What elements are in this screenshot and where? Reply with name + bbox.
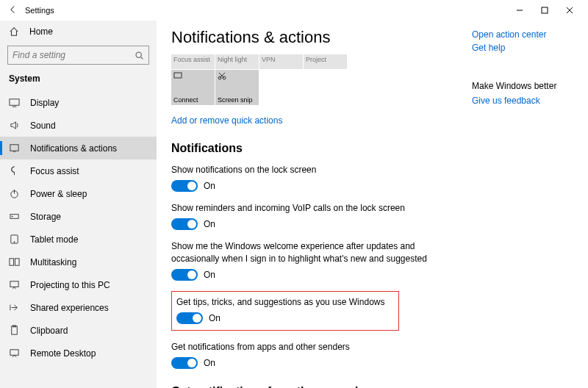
qa-tile[interactable]: Project bbox=[304, 54, 347, 69]
qa-tile[interactable]: Night light bbox=[215, 54, 259, 69]
sidebar-item-storage[interactable]: Storage bbox=[0, 205, 157, 228]
remote-desktop-icon bbox=[9, 348, 20, 359]
toggle[interactable] bbox=[171, 269, 198, 281]
window-title: Settings bbox=[25, 6, 54, 15]
sidebar-item-focus-assist[interactable]: Focus assist bbox=[0, 159, 157, 182]
main-content: Notifications & actions Focus assist Nig… bbox=[157, 21, 588, 388]
improve-header: Make Windows better bbox=[472, 81, 575, 91]
search-input[interactable] bbox=[7, 46, 149, 65]
sidebar-item-remote-desktop[interactable]: Remote Desktop bbox=[0, 342, 157, 364]
sidebar-item-projecting[interactable]: Projecting to this PC bbox=[0, 273, 157, 296]
sidebar-home-label: Home bbox=[29, 26, 53, 37]
setting-reminders-voip: Show reminders and incoming VoIP calls o… bbox=[171, 202, 576, 230]
sidebar-item-label: Power & sleep bbox=[30, 189, 87, 199]
storage-icon bbox=[9, 211, 20, 222]
toggle-state: On bbox=[204, 181, 215, 191]
open-action-center-link[interactable]: Open action center bbox=[472, 29, 575, 40]
toggle[interactable] bbox=[171, 180, 198, 192]
qa-tile[interactable]: Focus assist bbox=[171, 54, 215, 69]
add-remove-quick-actions-link[interactable]: Add or remove quick actions bbox=[171, 115, 576, 126]
setting-app-notifications: Get notifications from apps and other se… bbox=[171, 341, 576, 369]
sidebar-item-label: Projecting to this PC bbox=[30, 280, 110, 290]
toggle[interactable] bbox=[171, 357, 198, 369]
notifications-header: Notifications bbox=[171, 142, 576, 155]
sidebar-item-label: Storage bbox=[30, 212, 61, 222]
feedback-link[interactable]: Give us feedback bbox=[472, 96, 575, 106]
toggle[interactable] bbox=[176, 312, 203, 324]
toggle[interactable] bbox=[171, 218, 198, 230]
sound-icon bbox=[9, 120, 20, 131]
sidebar-home[interactable]: Home bbox=[0, 21, 157, 43]
sidebar: Home System Display Sound Notifications … bbox=[0, 21, 157, 388]
focus-assist-icon bbox=[9, 165, 20, 176]
setting-label: Get notifications from apps and other se… bbox=[171, 341, 436, 353]
setting-label: Show me the Windows welcome experience a… bbox=[171, 240, 436, 264]
sidebar-item-label: Shared experiences bbox=[30, 303, 109, 313]
toggle-state: On bbox=[204, 270, 215, 280]
sidebar-item-label: Notifications & actions bbox=[30, 143, 117, 154]
sidebar-item-power-sleep[interactable]: Power & sleep bbox=[0, 182, 157, 205]
sidebar-item-display[interactable]: Display bbox=[0, 91, 157, 114]
qa-tile-screen-snip[interactable]: Screen snip bbox=[215, 70, 259, 105]
svg-rect-16 bbox=[15, 259, 19, 265]
svg-point-14 bbox=[14, 242, 15, 242]
close-button[interactable] bbox=[557, 0, 582, 21]
svg-rect-8 bbox=[10, 145, 18, 151]
setting-label: Show notifications on the lock screen bbox=[171, 164, 436, 176]
setting-label: Show reminders and incoming VoIP calls o… bbox=[171, 202, 436, 214]
quick-actions-grid: Focus assist Night light VPN Project Con… bbox=[171, 54, 349, 105]
svg-rect-20 bbox=[10, 350, 18, 356]
svg-rect-17 bbox=[10, 281, 18, 287]
svg-rect-11 bbox=[10, 215, 18, 219]
display-icon bbox=[9, 97, 20, 108]
multitasking-icon bbox=[9, 256, 20, 267]
shared-icon bbox=[9, 302, 20, 313]
sidebar-item-label: Clipboard bbox=[30, 326, 68, 336]
sidebar-item-label: Remote Desktop bbox=[30, 348, 96, 359]
setting-label: Get tips, tricks, and suggestions as you… bbox=[176, 296, 391, 308]
get-help-link[interactable]: Get help bbox=[472, 43, 575, 53]
sidebar-item-notifications[interactable]: Notifications & actions bbox=[0, 137, 157, 159]
sidebar-item-tablet-mode[interactable]: Tablet mode bbox=[0, 228, 157, 251]
setting-welcome-experience: Show me the Windows welcome experience a… bbox=[171, 240, 576, 280]
qa-tile[interactable]: VPN bbox=[259, 54, 303, 69]
back-button[interactable] bbox=[6, 5, 19, 16]
svg-rect-1 bbox=[542, 7, 548, 13]
tablet-icon bbox=[9, 234, 20, 245]
sidebar-item-multitasking[interactable]: Multitasking bbox=[0, 251, 157, 273]
svg-point-12 bbox=[12, 216, 12, 217]
sidebar-item-label: Tablet mode bbox=[30, 234, 78, 245]
senders-header: Get notifications from these senders bbox=[171, 385, 576, 388]
svg-rect-21 bbox=[174, 73, 182, 78]
snip-icon bbox=[218, 71, 226, 80]
sidebar-item-label: Multitasking bbox=[30, 257, 76, 267]
qa-tile-connect[interactable]: Connect bbox=[171, 70, 215, 105]
toggle-state: On bbox=[204, 358, 215, 368]
toggle-state: On bbox=[204, 219, 215, 229]
sidebar-item-sound[interactable]: Sound bbox=[0, 114, 157, 137]
sidebar-item-label: Sound bbox=[30, 121, 56, 131]
svg-line-5 bbox=[141, 57, 143, 58]
right-column: Open action center Get help Make Windows… bbox=[472, 29, 575, 109]
connect-icon bbox=[173, 71, 182, 80]
sidebar-item-clipboard[interactable]: Clipboard bbox=[0, 319, 157, 342]
sidebar-item-label: Focus assist bbox=[30, 166, 79, 176]
sidebar-item-shared-experiences[interactable]: Shared experiences bbox=[0, 296, 157, 319]
notifications-icon bbox=[9, 143, 20, 154]
svg-rect-15 bbox=[10, 259, 14, 265]
toggle-state: On bbox=[209, 313, 220, 323]
svg-point-4 bbox=[136, 52, 141, 57]
minimize-button[interactable] bbox=[507, 0, 532, 21]
sidebar-section: System bbox=[0, 73, 157, 91]
search-field[interactable] bbox=[12, 50, 135, 60]
setting-tips-tricks-highlighted: Get tips, tricks, and suggestions as you… bbox=[171, 291, 399, 331]
setting-lock-screen-notifications: Show notifications on the lock screen On bbox=[171, 164, 576, 192]
maximize-button[interactable] bbox=[532, 0, 557, 21]
clipboard-icon bbox=[9, 325, 20, 336]
svg-rect-6 bbox=[10, 99, 19, 105]
home-icon bbox=[9, 26, 19, 37]
power-icon bbox=[9, 188, 20, 199]
search-icon bbox=[135, 51, 144, 60]
svg-rect-18 bbox=[12, 326, 18, 334]
titlebar: Settings bbox=[0, 0, 588, 21]
